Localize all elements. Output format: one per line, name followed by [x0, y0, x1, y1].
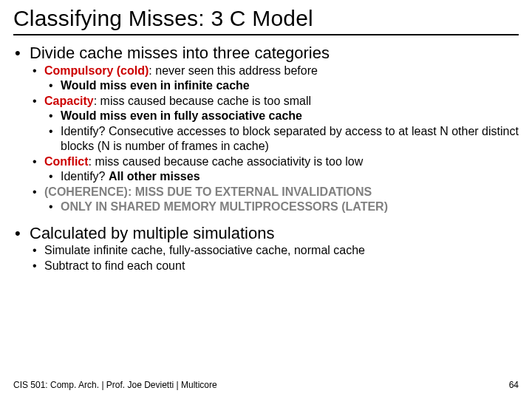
- text: Simulate infinite cache, fully-associati…: [44, 244, 365, 256]
- bullet-conflict-sub: Identify? All other misses: [44, 169, 519, 184]
- bullet-coherence: (COHERENCE): MISS DUE TO EXTERNAL INVALI…: [30, 185, 519, 214]
- text: (COHERENCE): MISS DUE TO EXTERNAL INVALI…: [44, 185, 372, 198]
- bullet-conflict: Conflict: miss caused because cache asso…: [30, 154, 519, 184]
- text: : miss caused because cache associativit…: [89, 155, 364, 168]
- text: Subtract to find each count: [44, 259, 185, 272]
- text-a: Identify?: [61, 170, 109, 183]
- text: Divide cache misses into three categorie…: [30, 44, 330, 62]
- title-rule: [13, 34, 519, 35]
- footer: CIS 501: Comp. Arch. | Prof. Joe Deviett…: [13, 380, 519, 390]
- slide-title: Classifying Misses: 3 C Model: [13, 6, 519, 31]
- text: Identify? Consecutive accesses to block …: [61, 125, 519, 152]
- bullet-list: Divide cache misses into three categorie…: [13, 43, 519, 214]
- bullet-capacity-sub1: Would miss even in fully associative cac…: [44, 109, 519, 123]
- footer-left: CIS 501: Comp. Arch. | Prof. Joe Deviett…: [13, 380, 217, 390]
- bullet-divide: Divide cache misses into three categorie…: [13, 43, 519, 214]
- bullet-calc-sub1: Simulate infinite cache, fully-associati…: [30, 243, 519, 258]
- text: : never seen this address before: [149, 64, 318, 77]
- bullet-list-2: Calculated by multiple simulations Simul…: [13, 223, 519, 274]
- label: Compulsory (cold): [44, 64, 149, 77]
- bullet-capacity-sub2: Identify? Consecutive accesses to block …: [44, 124, 519, 154]
- bullet-calc-sub2: Subtract to find each count: [30, 259, 519, 273]
- label: Capacity: [44, 95, 94, 107]
- text: ONLY IN SHARED MEMORY MULTIPROCESSORS (L…: [61, 200, 388, 213]
- bullet-calc: Calculated by multiple simulations Simul…: [13, 223, 519, 274]
- bullet-capacity: Capacity: miss caused because cache is t…: [30, 94, 519, 154]
- bullet-compulsory-sub: Would miss even in infinite cache: [44, 78, 519, 93]
- text: Calculated by multiple simulations: [30, 224, 274, 242]
- page-number: 64: [509, 380, 519, 390]
- label: Conflict: [44, 155, 89, 168]
- text: Would miss even in fully associative cac…: [61, 109, 302, 122]
- text-b: All other misses: [109, 170, 200, 183]
- text: Would miss even in infinite cache: [61, 79, 250, 92]
- bullet-compulsory: Compulsory (cold): never seen this addre…: [30, 64, 519, 93]
- bullet-coherence-sub: ONLY IN SHARED MEMORY MULTIPROCESSORS (L…: [44, 200, 519, 214]
- text: : miss caused because cache is too small: [94, 95, 311, 107]
